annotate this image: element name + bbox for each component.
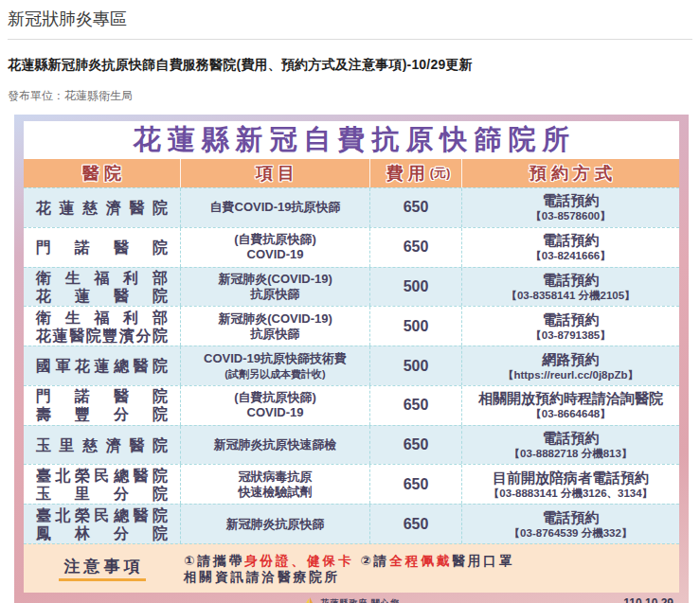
table-row: 臺北榮民總醫院玉里分院冠狀病毒抗原快速檢驗試劑650目前開放陪病者電話預約【03… <box>24 464 679 504</box>
table-row: 國軍花蓮總醫院COVID-19抗原快篩技術費(試劑另以成本費計收)500網路預約… <box>24 346 679 385</box>
test-item: 新冠肺炎抗原快篩 <box>180 505 369 543</box>
fee-value: 650 <box>369 188 461 227</box>
booking-method-label: 電話預約 <box>464 509 677 526</box>
test-item-line: 抗原快篩 <box>185 327 366 342</box>
booking-method-label: 目前開放陪病者電話預約 <box>464 470 677 487</box>
hospital-name-line: 花蓮慈濟醫院 <box>36 199 168 217</box>
hospital-name-line: 衛生福利部 <box>36 309 168 327</box>
hospital-name: 臺北榮民總醫院鳳林分院 <box>24 505 180 543</box>
table-header-row: 醫院 項目 費用(元) 預約方式 <box>24 159 679 187</box>
table-row: 衛生福利部花蓮醫院新冠肺炎(COVID-19)抗原快篩500電話預約【03-83… <box>24 267 679 307</box>
column-header-fee: 費用(元) <box>369 159 461 187</box>
booking-contact: 【03-8791385】 <box>464 328 677 342</box>
page-title: 新冠狀肺炎專區 <box>8 8 692 40</box>
fee-value: 650 <box>369 386 461 425</box>
notice-label: 注意事項 <box>59 556 146 581</box>
test-item-line: 新冠肺炎抗原快篩 <box>185 517 366 532</box>
booking-contact: 【03-8664648】 <box>464 407 677 420</box>
booking-method: 電話預約【03-8882718 分機813】 <box>461 426 679 465</box>
hospital-name-line: 花蓮醫院 <box>36 287 168 305</box>
test-item-line: 冠狀病毒抗原 <box>185 470 366 485</box>
poster-date: 110.10.29 <box>623 596 673 603</box>
notice-highlight: 身份證、健保卡 <box>244 554 354 568</box>
table-row: 玉里慈濟醫院新冠肺炎抗原快速篩檢650電話預約【03-8882718 分機813… <box>24 425 679 465</box>
booking-method: 網路預約【https://reurl.cc/0j8pZb】 <box>461 346 679 385</box>
hospital-name: 臺北榮民總醫院玉里分院 <box>24 465 180 504</box>
test-item: 新冠肺炎(COVID-19)抗原快篩 <box>180 268 369 307</box>
test-item-line: 新冠肺炎(COVID-19) <box>185 311 366 327</box>
county-credit: 花蓮縣政府 關心您 <box>303 596 400 603</box>
booking-method-label: 電話預約 <box>464 272 677 289</box>
test-item-line: 快速檢驗試劑 <box>185 485 366 500</box>
booking-method-label: 相關開放預約時程請洽詢醫院 <box>464 390 677 407</box>
hualien-county-logo-icon <box>303 596 316 603</box>
hospital-name-line: 玉里分院 <box>36 485 168 503</box>
test-item-line: (自費抗原快篩) <box>185 390 366 405</box>
hospital-name-line: 花蓮醫院豐濱分院 <box>36 327 168 345</box>
table-row: 門諾醫院壽豐分院(自費抗原快篩)COVID-19650相關開放預約時程請洽詢醫院… <box>24 385 679 425</box>
notice-text: ①請攜帶 <box>184 554 244 568</box>
test-item: 自費COVID-19抗原快篩 <box>180 188 369 227</box>
booking-method-label: 電話預約 <box>464 232 677 249</box>
test-item: 新冠肺炎抗原快速篩檢 <box>180 426 369 465</box>
booking-contact: 【https://reurl.cc/0j8pZb】 <box>464 368 677 381</box>
hospital-name: 衛生福利部花蓮醫院豐濱分院 <box>24 307 180 346</box>
booking-contact: 【03-8883141 分機3126、3134】 <box>464 487 677 500</box>
poster-footer-strip: 花蓮縣政府 關心您 110.10.29 <box>24 593 679 603</box>
hospital-name-line: 國軍花蓮總醫院 <box>36 357 168 375</box>
test-item: (自費抗原快篩)COVID-19 <box>180 386 369 425</box>
test-item-subnote: (試劑另以成本費計收) <box>185 366 366 381</box>
rapid-test-poster-image[interactable]: 花蓮縣新冠自費抗原快篩院所 醫院 項目 費用(元) 預約方式 花蓮慈濟醫院自費C… <box>14 115 689 603</box>
table-row: 臺北榮民總醫院鳳林分院新冠肺炎抗原快篩650電話預約【03-8764539 分機… <box>24 504 679 543</box>
booking-contact: 【03-8764539 分機332】 <box>464 526 677 540</box>
booking-method-label: 電話預約 <box>464 192 677 209</box>
fee-value: 500 <box>369 307 461 346</box>
hospital-name-line: 臺北榮民總醫院 <box>36 506 168 524</box>
hospital-name: 衛生福利部花蓮醫院 <box>24 268 180 307</box>
hospital-name-line: 門諾醫院 <box>36 239 168 257</box>
booking-contact: 【03-8358141 分機2105】 <box>464 289 677 302</box>
notice-content: ①請攜帶身份證、健保卡 ②請全程佩戴醫用口罩 相關資訊請洽醫療院所 <box>180 544 679 593</box>
hospital-name: 門諾醫院壽豐分院 <box>24 386 180 425</box>
hospital-name-line: 壽豐分院 <box>36 405 168 423</box>
article-title: 花蓮縣新冠肺炎抗原快篩自費服務醫院(費用、預約方式及注意事項)-10/29更新 <box>8 57 692 74</box>
booking-method: 相關開放預約時程請洽詢醫院【03-8664648】 <box>461 386 679 425</box>
poster-title: 花蓮縣新冠自費抗原快篩院所 <box>24 121 679 159</box>
booking-method-label: 網路預約 <box>464 351 677 368</box>
table-row: 衛生福利部花蓮醫院豐濱分院新冠肺炎(COVID-19)抗原快篩500電話預約【0… <box>24 306 679 346</box>
notice-line-1: ①請攜帶身份證、健保卡 ②請全程佩戴醫用口罩 <box>184 553 679 569</box>
booking-method-label: 電話預約 <box>464 430 677 447</box>
booking-contact: 【03-8578600】 <box>464 209 677 222</box>
booking-method-label: 電話預約 <box>464 311 677 328</box>
test-item-line: 新冠肺炎(COVID-19) <box>185 272 366 287</box>
hospital-name: 玉里慈濟醫院 <box>24 426 180 465</box>
booking-method: 目前開放陪病者電話預約【03-8883141 分機3126、3134】 <box>461 465 679 504</box>
test-item-line: 新冠肺炎抗原快速篩檢 <box>185 437 366 452</box>
hospital-name: 門諾醫院 <box>24 228 180 267</box>
test-item-line: COVID-19抗原快篩技術費 <box>185 351 366 366</box>
notice-text: ②請 <box>353 554 389 568</box>
hospital-name-line: 衛生福利部 <box>36 269 168 287</box>
test-item-line: 自費COVID-19抗原快篩 <box>185 200 366 215</box>
booking-method: 電話預約【03-8791385】 <box>461 307 679 346</box>
booking-method: 電話預約【03-8578600】 <box>461 188 679 227</box>
fee-value: 500 <box>369 346 461 385</box>
test-item-line: COVID-19 <box>185 247 366 262</box>
table-row: 門諾醫院(自費抗原快篩)COVID-19650電話預約【03-8241666】 <box>24 227 679 267</box>
hospital-name-line: 玉里慈濟醫院 <box>36 436 168 454</box>
hospital-name-line: 鳳林分院 <box>36 524 168 542</box>
table-row: 花蓮慈濟醫院自費COVID-19抗原快篩650電話預約【03-8578600】 <box>24 187 679 227</box>
booking-contact: 【03-8241666】 <box>464 249 677 262</box>
test-item: COVID-19抗原快篩技術費(試劑另以成本費計收) <box>180 346 369 385</box>
hospital-name: 花蓮慈濟醫院 <box>24 188 180 227</box>
test-item: (自費抗原快篩)COVID-19 <box>180 228 369 267</box>
hospital-name-line: 門諾醫院 <box>36 387 168 405</box>
table-rows: 花蓮慈濟醫院自費COVID-19抗原快篩650電話預約【03-8578600】門… <box>24 187 679 543</box>
test-item-line: COVID-19 <box>185 405 366 420</box>
booking-method: 電話預約【03-8764539 分機332】 <box>461 505 679 543</box>
county-credit-text: 花蓮縣政府 關心您 <box>320 597 400 603</box>
test-item: 冠狀病毒抗原快速檢驗試劑 <box>180 465 369 504</box>
poster-body: 花蓮縣新冠自費抗原快篩院所 醫院 項目 費用(元) 預約方式 花蓮慈濟醫院自費C… <box>24 121 679 593</box>
column-header-item: 項目 <box>180 159 369 187</box>
column-header-booking: 預約方式 <box>461 159 679 187</box>
